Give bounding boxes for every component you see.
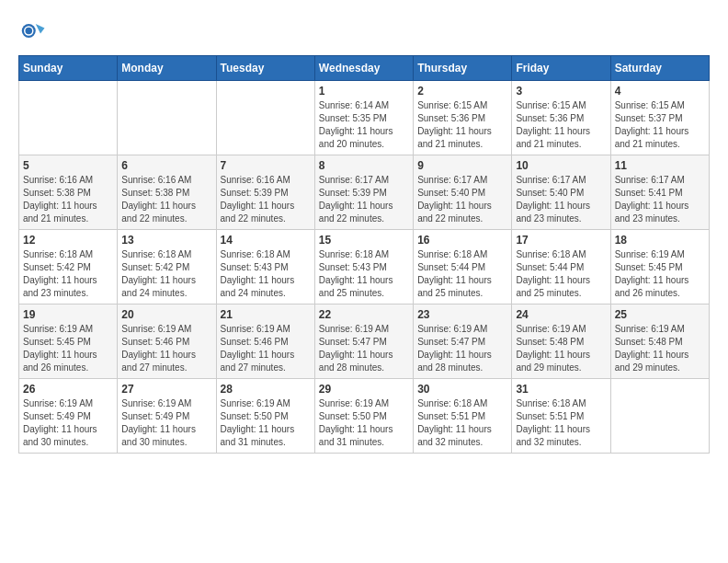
day-info: Sunrise: 6:19 AMSunset: 5:47 PMDaylight:… [319, 324, 393, 373]
weekday-header: Wednesday [314, 56, 413, 81]
calendar-table: SundayMondayTuesdayWednesdayThursdayFrid… [18, 55, 710, 454]
day-info: Sunrise: 6:18 AMSunset: 5:44 PMDaylight:… [516, 249, 590, 298]
day-number: 21 [221, 308, 311, 321]
logo [18, 18, 50, 46]
header [18, 18, 710, 46]
calendar-cell: 24 Sunrise: 6:19 AMSunset: 5:48 PMDaylig… [512, 304, 610, 379]
day-number: 30 [417, 383, 507, 396]
day-info: Sunrise: 6:15 AMSunset: 5:36 PMDaylight:… [417, 100, 492, 149]
day-info: Sunrise: 6:19 AMSunset: 5:49 PMDaylight:… [121, 398, 196, 447]
calendar-cell: 10 Sunrise: 6:17 AMSunset: 5:40 PMDaylig… [512, 155, 610, 230]
calendar-cell: 23 Sunrise: 6:19 AMSunset: 5:47 PMDaylig… [414, 304, 512, 379]
day-number: 15 [319, 234, 409, 247]
day-number: 4 [615, 85, 705, 98]
calendar-cell: 16 Sunrise: 6:18 AMSunset: 5:44 PMDaylig… [414, 230, 512, 304]
day-number: 3 [516, 85, 606, 98]
day-number: 6 [121, 159, 211, 172]
page: SundayMondayTuesdayWednesdayThursdayFrid… [0, 0, 728, 463]
calendar-week-row: 5 Sunrise: 6:16 AMSunset: 5:38 PMDayligh… [19, 155, 710, 230]
calendar-cell [19, 81, 118, 155]
day-info: Sunrise: 6:18 AMSunset: 5:44 PMDaylight:… [417, 249, 492, 298]
day-number: 20 [121, 308, 211, 321]
day-number: 10 [516, 159, 606, 172]
calendar-cell: 12 Sunrise: 6:18 AMSunset: 5:42 PMDaylig… [19, 230, 118, 304]
day-number: 29 [319, 383, 409, 396]
day-number: 8 [319, 159, 409, 172]
day-info: Sunrise: 6:19 AMSunset: 5:45 PMDaylight:… [615, 249, 689, 298]
calendar-week-row: 26 Sunrise: 6:19 AMSunset: 5:49 PMDaylig… [19, 379, 710, 454]
day-number: 31 [516, 383, 606, 396]
day-number: 19 [23, 308, 113, 321]
calendar-cell: 3 Sunrise: 6:15 AMSunset: 5:36 PMDayligh… [512, 81, 610, 155]
day-info: Sunrise: 6:18 AMSunset: 5:43 PMDaylight:… [221, 249, 295, 298]
day-number: 14 [221, 234, 311, 247]
day-number: 27 [121, 383, 211, 396]
day-info: Sunrise: 6:15 AMSunset: 5:36 PMDaylight:… [516, 100, 590, 149]
calendar-body: 1 Sunrise: 6:14 AMSunset: 5:35 PMDayligh… [19, 81, 710, 454]
day-info: Sunrise: 6:19 AMSunset: 5:46 PMDaylight:… [121, 324, 196, 373]
calendar-cell [118, 81, 216, 155]
day-number: 5 [23, 159, 113, 172]
calendar-cell: 29 Sunrise: 6:19 AMSunset: 5:50 PMDaylig… [314, 379, 413, 454]
weekday-header: Tuesday [216, 56, 314, 81]
day-info: Sunrise: 6:15 AMSunset: 5:37 PMDaylight:… [615, 100, 689, 149]
day-info: Sunrise: 6:14 AMSunset: 5:35 PMDaylight:… [319, 100, 393, 149]
day-number: 1 [319, 85, 409, 98]
calendar-week-row: 1 Sunrise: 6:14 AMSunset: 5:35 PMDayligh… [19, 81, 710, 155]
calendar-cell: 15 Sunrise: 6:18 AMSunset: 5:43 PMDaylig… [314, 230, 413, 304]
day-info: Sunrise: 6:19 AMSunset: 5:45 PMDaylight:… [23, 324, 97, 373]
day-info: Sunrise: 6:16 AMSunset: 5:38 PMDaylight:… [23, 175, 97, 224]
calendar-cell: 11 Sunrise: 6:17 AMSunset: 5:41 PMDaylig… [610, 155, 709, 230]
day-number: 17 [516, 234, 606, 247]
weekday-header: Sunday [19, 56, 118, 81]
day-info: Sunrise: 6:17 AMSunset: 5:40 PMDaylight:… [417, 175, 492, 224]
calendar-cell: 14 Sunrise: 6:18 AMSunset: 5:43 PMDaylig… [216, 230, 314, 304]
calendar-cell: 2 Sunrise: 6:15 AMSunset: 5:36 PMDayligh… [414, 81, 512, 155]
day-info: Sunrise: 6:19 AMSunset: 5:46 PMDaylight:… [221, 324, 295, 373]
calendar-cell: 19 Sunrise: 6:19 AMSunset: 5:45 PMDaylig… [19, 304, 118, 379]
calendar-cell: 7 Sunrise: 6:16 AMSunset: 5:39 PMDayligh… [216, 155, 314, 230]
weekday-header: Saturday [610, 56, 709, 81]
day-info: Sunrise: 6:17 AMSunset: 5:40 PMDaylight:… [516, 175, 590, 224]
day-info: Sunrise: 6:19 AMSunset: 5:50 PMDaylight:… [221, 398, 295, 447]
day-number: 26 [23, 383, 113, 396]
calendar-cell: 30 Sunrise: 6:18 AMSunset: 5:51 PMDaylig… [414, 379, 512, 454]
calendar-cell: 13 Sunrise: 6:18 AMSunset: 5:42 PMDaylig… [118, 230, 216, 304]
day-number: 25 [615, 308, 705, 321]
day-number: 16 [417, 234, 507, 247]
calendar-week-row: 12 Sunrise: 6:18 AMSunset: 5:42 PMDaylig… [19, 230, 710, 304]
day-info: Sunrise: 6:16 AMSunset: 5:38 PMDaylight:… [121, 175, 196, 224]
day-info: Sunrise: 6:17 AMSunset: 5:41 PMDaylight:… [615, 175, 689, 224]
day-info: Sunrise: 6:19 AMSunset: 5:49 PMDaylight:… [23, 398, 97, 447]
day-number: 28 [221, 383, 311, 396]
day-number: 18 [615, 234, 705, 247]
calendar-header: SundayMondayTuesdayWednesdayThursdayFrid… [19, 56, 710, 81]
day-number: 12 [23, 234, 113, 247]
day-number: 24 [516, 308, 606, 321]
day-info: Sunrise: 6:16 AMSunset: 5:39 PMDaylight:… [221, 175, 295, 224]
calendar-cell: 20 Sunrise: 6:19 AMSunset: 5:46 PMDaylig… [118, 304, 216, 379]
day-number: 11 [615, 159, 705, 172]
day-info: Sunrise: 6:19 AMSunset: 5:48 PMDaylight:… [615, 324, 689, 373]
day-info: Sunrise: 6:18 AMSunset: 5:43 PMDaylight:… [319, 249, 393, 298]
calendar-cell: 31 Sunrise: 6:18 AMSunset: 5:51 PMDaylig… [512, 379, 610, 454]
calendar-cell: 8 Sunrise: 6:17 AMSunset: 5:39 PMDayligh… [314, 155, 413, 230]
calendar-cell: 4 Sunrise: 6:15 AMSunset: 5:37 PMDayligh… [610, 81, 709, 155]
day-info: Sunrise: 6:17 AMSunset: 5:39 PMDaylight:… [319, 175, 393, 224]
day-number: 7 [221, 159, 311, 172]
calendar-cell [216, 81, 314, 155]
day-info: Sunrise: 6:18 AMSunset: 5:42 PMDaylight:… [23, 249, 97, 298]
calendar-cell: 28 Sunrise: 6:19 AMSunset: 5:50 PMDaylig… [216, 379, 314, 454]
weekday-header: Thursday [414, 56, 512, 81]
calendar-cell [610, 379, 709, 454]
calendar-cell: 26 Sunrise: 6:19 AMSunset: 5:49 PMDaylig… [19, 379, 118, 454]
weekday-header: Monday [118, 56, 216, 81]
svg-point-2 [26, 28, 33, 35]
day-info: Sunrise: 6:18 AMSunset: 5:51 PMDaylight:… [417, 398, 492, 447]
calendar-cell: 9 Sunrise: 6:17 AMSunset: 5:40 PMDayligh… [414, 155, 512, 230]
calendar-cell: 22 Sunrise: 6:19 AMSunset: 5:47 PMDaylig… [314, 304, 413, 379]
calendar-cell: 1 Sunrise: 6:14 AMSunset: 5:35 PMDayligh… [314, 81, 413, 155]
calendar-cell: 21 Sunrise: 6:19 AMSunset: 5:46 PMDaylig… [216, 304, 314, 379]
weekday-header: Friday [512, 56, 610, 81]
day-info: Sunrise: 6:19 AMSunset: 5:47 PMDaylight:… [417, 324, 492, 373]
